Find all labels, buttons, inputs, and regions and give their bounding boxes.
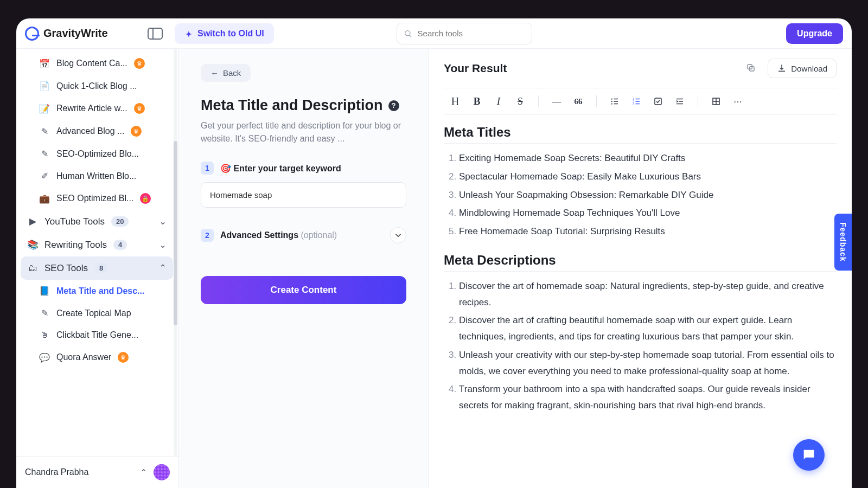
toolbar-separator (596, 95, 597, 107)
download-button[interactable]: Download (768, 59, 837, 78)
svg-point-4 (611, 98, 612, 99)
meta-descriptions-list: Discover the art of homemade soap: Natur… (444, 277, 837, 415)
editor-toolbar: H B I S — 66 123 ⋯ (444, 88, 837, 115)
italic-button[interactable]: I (489, 93, 508, 110)
indent-button[interactable] (671, 93, 689, 110)
item-icon: 💬 (39, 352, 50, 363)
item-icon: 📘 (39, 286, 50, 296)
logo-icon (25, 27, 39, 41)
sidebar-item[interactable]: 📝Rewrite Article w...♛ (21, 97, 173, 120)
chevron-icon: ⌄ (159, 216, 167, 227)
back-button[interactable]: ← Back (201, 64, 251, 82)
step-1-label: 🎯 Enter your target keyword (220, 163, 341, 174)
sidebar-category[interactable]: 📚Rewriting Tools4⌄ (21, 233, 173, 256)
sidebar-category[interactable]: 🗂SEO Tools8⌃ (21, 256, 173, 280)
item-icon: ✐ (39, 171, 50, 181)
panel-toggle-icon[interactable] (148, 28, 163, 40)
form-pane: ← Back Meta Title and Description ? Get … (179, 49, 429, 488)
quote-button[interactable]: 66 (569, 93, 588, 110)
category-count: 4 (113, 240, 127, 250)
checklist-button[interactable] (649, 93, 667, 110)
upgrade-button[interactable]: Upgrade (786, 23, 843, 44)
chat-button[interactable] (793, 439, 825, 471)
expand-advanced-button[interactable] (390, 227, 406, 243)
heading-button[interactable]: H (446, 93, 464, 110)
category-icon: 🗂 (27, 263, 38, 274)
hr-button[interactable]: — (547, 93, 566, 110)
more-button[interactable]: ⋯ (729, 93, 747, 110)
category-icon: 📚 (27, 239, 38, 251)
search-input-wrap[interactable] (397, 23, 532, 44)
sidebar-item[interactable]: ✎Create Topical Map (21, 302, 173, 324)
toolbar-separator (698, 95, 698, 107)
result-content: Meta Titles Exciting Homemade Soap Secre… (444, 125, 837, 415)
meta-desc-item: Discover the art of homemade soap: Natur… (459, 277, 837, 312)
sidebar-item[interactable]: 📄Quick 1-Click Blog ... (21, 75, 173, 97)
step-1-row: 1 🎯 Enter your target keyword (201, 162, 406, 175)
brand-name: GravityWrite (43, 27, 108, 40)
sidebar-item[interactable]: 📘Meta Title and Desc... (21, 280, 173, 302)
item-icon: 📄 (39, 81, 50, 91)
category-label: YouTube Tools (44, 216, 105, 227)
meta-title-item: Spectacular Homemade Soap: Easily Make L… (459, 168, 837, 186)
svg-rect-16 (655, 98, 661, 105)
keyword-input[interactable] (201, 182, 406, 208)
item-label: Human Written Blo... (56, 171, 136, 181)
result-header: Your Result (444, 62, 507, 75)
svg-point-6 (611, 103, 612, 104)
arrow-left-icon: ← (210, 68, 219, 78)
step-1-number: 1 (201, 162, 214, 175)
chevron-down-icon (393, 230, 403, 240)
item-label: SEO Optimized Bl... (56, 194, 133, 203)
category-label: Rewriting Tools (44, 240, 107, 251)
category-icon: ▶ (27, 216, 38, 227)
sidebar-item[interactable]: 📅Blog Content Ca...♛ (21, 52, 173, 75)
item-icon: ✎ (39, 308, 50, 318)
logo[interactable]: GravityWrite (25, 27, 166, 41)
bullet-list-button[interactable] (605, 93, 624, 110)
sidebar-item[interactable]: ✐Human Written Blo... (21, 165, 173, 187)
sidebar-item[interactable]: 🖱Clickbait Title Gene... (21, 324, 173, 346)
help-icon[interactable]: ? (388, 100, 399, 111)
svg-point-5 (611, 101, 612, 102)
step-2-label: Advanced Settings (optional) (220, 230, 337, 240)
item-label: Quick 1-Click Blog ... (56, 81, 137, 91)
meta-desc-item: Unleash your creativity with our step-by… (459, 346, 837, 381)
item-icon: 📅 (39, 59, 50, 69)
chevron-up-icon: ⌃ (140, 467, 147, 478)
sidebar-item[interactable]: ✎Advanced Blog ...♛ (21, 120, 173, 143)
topbar: GravityWrite Switch to Old UI Upgrade (16, 18, 852, 49)
bold-button[interactable]: B (468, 93, 486, 110)
user-menu[interactable]: Chandra Prabha ⌃ (16, 456, 178, 488)
item-icon: ✎ (39, 149, 50, 159)
sidebar-category[interactable]: ▶YouTube Tools20⌄ (21, 210, 173, 233)
crown-icon: ♛ (131, 126, 142, 137)
strikethrough-button[interactable]: S (511, 93, 529, 110)
copy-icon[interactable] (746, 63, 757, 74)
scrollbar-thumb[interactable] (174, 141, 177, 325)
meta-title-item: Unleash Your Soapmaking Obsession: Remar… (459, 186, 837, 204)
item-label: Clickbait Title Gene... (56, 330, 138, 340)
item-label: Rewrite Article w... (56, 104, 127, 113)
crown-icon: ♛ (134, 58, 145, 69)
sidebar-item[interactable]: 💼SEO Optimized Bl...🔒 (21, 187, 173, 210)
chat-icon (801, 447, 816, 463)
page-description: Get your perfect title and description f… (201, 119, 406, 145)
download-icon (777, 63, 787, 73)
item-icon: 💼 (39, 194, 50, 204)
switch-ui-label: Switch to Old UI (197, 29, 264, 38)
search-input[interactable] (418, 29, 525, 38)
create-content-button[interactable]: Create Content (201, 276, 406, 304)
sidebar-item[interactable]: ✎SEO-Optimized Blo... (21, 143, 173, 165)
table-button[interactable] (707, 93, 725, 110)
meta-desc-item: Transform your bathroom into a spa with … (459, 380, 837, 415)
switch-ui-button[interactable]: Switch to Old UI (175, 23, 274, 44)
step-2-row: 2 Advanced Settings (optional) (201, 227, 406, 243)
ordered-list-button[interactable]: 123 (627, 93, 646, 110)
feedback-tab[interactable]: Feedback (834, 214, 852, 271)
sidebar-item[interactable]: 💬Quora Answer♛ (21, 346, 173, 369)
user-name: Chandra Prabha (25, 467, 88, 477)
meta-titles-heading: Meta Titles (444, 125, 837, 144)
category-label: SEO Tools (44, 263, 88, 274)
crown-icon: ♛ (134, 103, 145, 114)
